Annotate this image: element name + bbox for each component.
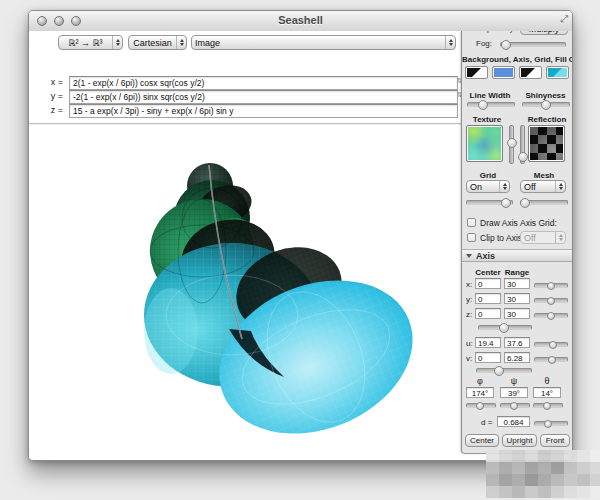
grid-slider[interactable] bbox=[466, 200, 513, 205]
d-slider-knob[interactable] bbox=[544, 420, 552, 428]
resize-grip-icon[interactable]: ⤢ bbox=[560, 13, 568, 25]
mosaic-cell bbox=[551, 474, 564, 486]
texture-thumbnail[interactable] bbox=[466, 125, 503, 162]
draw-axis-label: Draw Axis bbox=[480, 218, 518, 228]
psi-symbol: ψ bbox=[500, 376, 528, 386]
z-equation-field[interactable]: 15 - a exp(x / 3pi) - siny + exp(x / 6pi… bbox=[69, 104, 458, 118]
theta-slider[interactable] bbox=[533, 403, 563, 408]
y-range-slider[interactable] bbox=[534, 298, 568, 303]
u-max-field[interactable]: 37.6 bbox=[504, 337, 530, 348]
v-slider[interactable] bbox=[534, 357, 568, 362]
coordinates-popup-label: Cartesian bbox=[129, 38, 176, 48]
d-field[interactable]: 0.684 bbox=[497, 416, 530, 427]
mosaic-cell bbox=[525, 474, 538, 486]
z-range-slider[interactable] bbox=[534, 313, 568, 318]
grid-label: Grid bbox=[462, 171, 514, 180]
line-width-slider-knob[interactable] bbox=[478, 100, 488, 110]
x-range-slider[interactable] bbox=[534, 283, 568, 288]
draw-axis-checkbox[interactable] bbox=[467, 218, 476, 227]
y-equation-field[interactable]: -2(1 - exp(x / 6pi)) sinx sqr(cos y/2) bbox=[69, 90, 458, 104]
reflection-slider[interactable] bbox=[520, 125, 525, 164]
xyz-zoom-slider[interactable] bbox=[478, 325, 532, 330]
mosaic-cell bbox=[486, 450, 499, 462]
upright-button[interactable]: Upright bbox=[502, 434, 537, 447]
x-range-field[interactable]: 30 bbox=[504, 278, 530, 289]
x-range-slider-knob[interactable] bbox=[547, 282, 555, 290]
axis-grid-label: Axis Grid: bbox=[520, 218, 557, 228]
clip-to-axis-checkbox[interactable] bbox=[467, 233, 476, 242]
grid-color-well[interactable] bbox=[519, 66, 542, 79]
z-range-field[interactable]: 30 bbox=[504, 308, 530, 319]
mesh-popup[interactable]: Off bbox=[520, 180, 566, 193]
x-equation-label: x = bbox=[33, 77, 63, 87]
z-center-field[interactable]: 0 bbox=[475, 308, 501, 319]
mosaic-cell bbox=[538, 450, 551, 462]
grid-popup[interactable]: On bbox=[466, 180, 510, 193]
uv-zoom-slider-knob[interactable] bbox=[494, 366, 504, 376]
shinyness-slider-knob[interactable] bbox=[541, 100, 551, 110]
mosaic-cell bbox=[577, 486, 590, 498]
psi-slider[interactable] bbox=[500, 403, 530, 408]
x-equation-field[interactable]: 2(1 - exp(x / 6pi)) cosx sqr(cos y/2) bbox=[69, 76, 458, 90]
line-width-slider[interactable] bbox=[467, 102, 515, 107]
shinyness-slider[interactable] bbox=[522, 102, 570, 107]
texture-slider[interactable] bbox=[509, 125, 514, 164]
mesh-popup-value: Off bbox=[521, 182, 555, 192]
center-button[interactable]: Center bbox=[465, 434, 499, 447]
axis-color-well[interactable] bbox=[492, 66, 515, 79]
mosaic-cell bbox=[551, 462, 564, 474]
y-center-field[interactable]: 0 bbox=[475, 293, 501, 304]
mosaic-cell bbox=[551, 486, 564, 498]
uv-zoom-slider[interactable] bbox=[476, 368, 532, 373]
fog-slider[interactable] bbox=[500, 42, 566, 47]
y-range-slider-knob[interactable] bbox=[547, 297, 555, 305]
phi-slider-knob[interactable] bbox=[476, 402, 484, 410]
background-color-well[interactable] bbox=[465, 66, 488, 79]
texture-slider-knob[interactable] bbox=[507, 138, 517, 148]
v-slider-knob[interactable] bbox=[548, 356, 556, 364]
x-center-field[interactable]: 0 bbox=[475, 278, 501, 289]
psi-field[interactable]: 39° bbox=[500, 387, 528, 398]
u-slider-knob[interactable] bbox=[549, 341, 557, 349]
d-slider[interactable] bbox=[534, 421, 568, 426]
title-bar[interactable]: Seashell ⤢ bbox=[29, 11, 572, 32]
z-axis-row-label: z: bbox=[466, 310, 472, 319]
xyz-zoom-slider-knob[interactable] bbox=[499, 323, 509, 333]
z-range-slider-knob[interactable] bbox=[547, 312, 555, 320]
inspector-sidebar: Transparency: Multiply Fog: Background, … bbox=[461, 31, 572, 454]
theta-field[interactable]: 14° bbox=[533, 387, 561, 398]
axis-section-header[interactable]: Axis bbox=[462, 249, 572, 262]
v-min-field[interactable]: 0 bbox=[475, 352, 501, 363]
mesh-slider[interactable] bbox=[520, 200, 568, 205]
y-range-field[interactable]: 30 bbox=[504, 293, 530, 304]
u-slider[interactable] bbox=[534, 342, 568, 347]
mesh-slider-knob[interactable] bbox=[520, 198, 530, 208]
phi-slider[interactable] bbox=[466, 403, 496, 408]
coordinates-popup[interactable]: Cartesian bbox=[128, 35, 187, 50]
grid-popup-value: On bbox=[467, 182, 499, 192]
front-button[interactable]: Front bbox=[540, 434, 570, 447]
phi-field[interactable]: 174° bbox=[466, 387, 494, 398]
reflection-label: Reflection bbox=[522, 115, 572, 124]
fill-color-well[interactable] bbox=[546, 66, 569, 79]
axis-grid-popup[interactable]: Off bbox=[520, 231, 566, 244]
fog-slider-knob[interactable] bbox=[501, 40, 511, 50]
v-max-field[interactable]: 6.28 bbox=[504, 352, 530, 363]
mosaic-cell bbox=[512, 462, 525, 474]
popup-stepper-icon bbox=[112, 36, 122, 49]
axis-grid-popup-value: Off bbox=[521, 233, 555, 243]
psi-slider-knob[interactable] bbox=[510, 402, 518, 410]
u-min-field[interactable]: 19.4 bbox=[475, 337, 501, 348]
display-mode-popup-label: Image bbox=[192, 38, 445, 48]
grid-slider-knob[interactable] bbox=[501, 198, 511, 208]
disclosure-triangle-icon[interactable] bbox=[466, 254, 472, 261]
transparency-popup[interactable]: Multiply bbox=[520, 31, 568, 35]
reflection-slider-knob[interactable] bbox=[518, 152, 528, 162]
display-mode-popup[interactable]: Image bbox=[191, 35, 456, 50]
mosaic-cell bbox=[564, 450, 577, 462]
reflection-thumbnail[interactable] bbox=[528, 125, 565, 162]
theta-symbol: θ bbox=[533, 376, 561, 386]
domain-popup[interactable]: ℝ² → ℝ³ bbox=[58, 35, 123, 50]
theta-slider-knob[interactable] bbox=[543, 402, 551, 410]
seashell-plot[interactable] bbox=[99, 139, 439, 460]
